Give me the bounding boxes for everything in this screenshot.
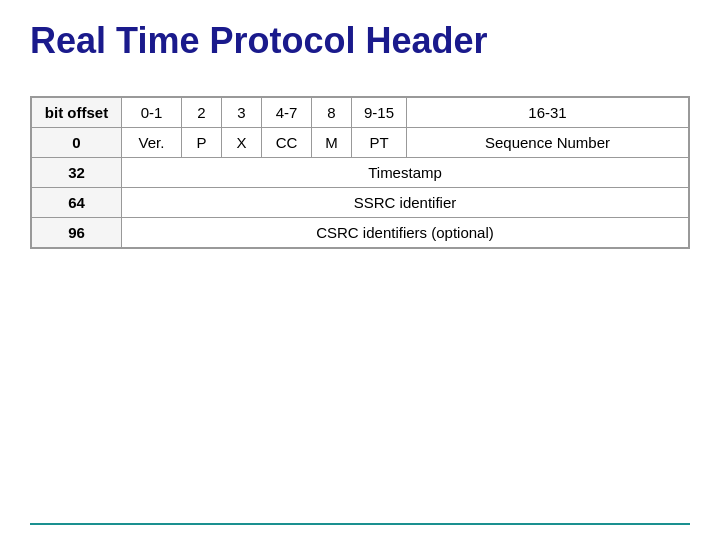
cell-p: P (182, 128, 222, 158)
offset-64: 64 (32, 188, 122, 218)
cell-x: X (222, 128, 262, 158)
page-title: Real Time Protocol Header (30, 20, 690, 66)
cell-cc: CC (262, 128, 312, 158)
header-col-2: 2 (182, 98, 222, 128)
rtp-header-table: bit offset 0-1 2 3 4-7 8 9-15 16-31 0 Ve… (31, 97, 689, 248)
cell-sequence-number: Sequence Number (407, 128, 689, 158)
page-container: Real Time Protocol Header bit offset 0-1… (0, 0, 720, 540)
header-col-0-1: 0-1 (122, 98, 182, 128)
cell-timestamp: Timestamp (122, 158, 689, 188)
table-row-96: 96 CSRC identifiers (optional) (32, 218, 689, 248)
table-wrapper: bit offset 0-1 2 3 4-7 8 9-15 16-31 0 Ve… (30, 96, 690, 249)
header-col-9-15: 9-15 (352, 98, 407, 128)
bottom-decorative-line (30, 523, 690, 525)
offset-0: 0 (32, 128, 122, 158)
table-row-64: 64 SSRC identifier (32, 188, 689, 218)
table-row-32: 32 Timestamp (32, 158, 689, 188)
header-col-8: 8 (312, 98, 352, 128)
header-col-3: 3 (222, 98, 262, 128)
offset-96: 96 (32, 218, 122, 248)
cell-pt: PT (352, 128, 407, 158)
table-row-0: 0 Ver. P X CC M PT Sequence Number (32, 128, 689, 158)
header-col-16-31: 16-31 (407, 98, 689, 128)
cell-ssrc: SSRC identifier (122, 188, 689, 218)
header-col-4-7: 4-7 (262, 98, 312, 128)
cell-m: M (312, 128, 352, 158)
cell-csrc: CSRC identifiers (optional) (122, 218, 689, 248)
cell-ver: Ver. (122, 128, 182, 158)
header-bit-offset: bit offset (32, 98, 122, 128)
offset-32: 32 (32, 158, 122, 188)
table-header-row: bit offset 0-1 2 3 4-7 8 9-15 16-31 (32, 98, 689, 128)
